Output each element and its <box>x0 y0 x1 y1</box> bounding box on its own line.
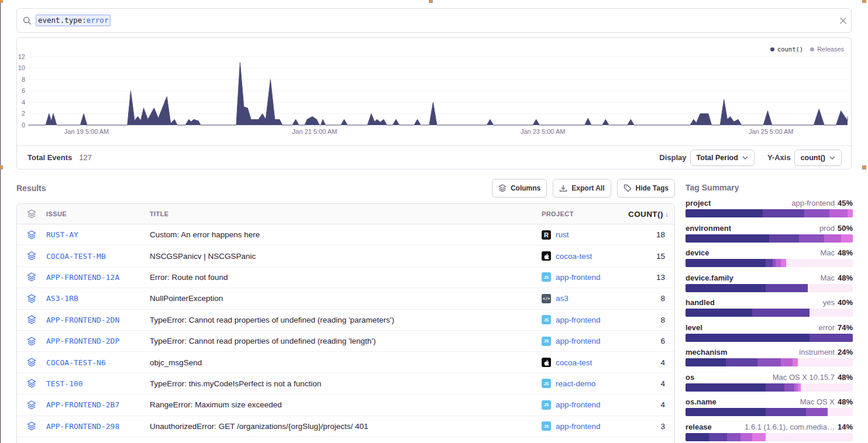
tag-bar-segment[interactable] <box>686 309 752 317</box>
tag-bar <box>686 259 853 267</box>
project-link[interactable]: cocoa-test <box>556 358 592 367</box>
tag-bar <box>686 334 853 342</box>
col-header-title[interactable]: TITLE <box>150 210 542 217</box>
tag-bar-segment[interactable] <box>776 259 781 267</box>
tag-bar-segment[interactable] <box>726 358 757 366</box>
tag-bar-segment[interactable] <box>686 334 810 342</box>
search-clear-icon[interactable] <box>839 17 847 25</box>
display-label: Display <box>659 153 686 162</box>
issue-stack-icon[interactable] <box>17 251 46 261</box>
project-link[interactable]: app-frontend <box>556 337 601 345</box>
tag-bar-segment[interactable] <box>686 358 726 366</box>
tag-bar-segment[interactable] <box>766 284 808 292</box>
issue-stack-icon[interactable] <box>17 315 46 324</box>
selection-handle[interactable] <box>0 165 3 169</box>
issue-id-link[interactable]: AS3-1RB <box>46 294 78 303</box>
tag-bar <box>686 358 853 366</box>
platform-icon-js: JS <box>542 379 551 388</box>
issue-id-link[interactable]: APP-FRONTEND-2DN <box>46 316 119 324</box>
col-header-issue[interactable]: ISSUE <box>46 210 150 217</box>
project-link[interactable]: cocoa-test <box>556 252 592 261</box>
tag-bar-segment[interactable] <box>757 358 781 366</box>
tag-bar-segment[interactable] <box>798 383 801 392</box>
tag-bar-segment[interactable] <box>841 234 853 243</box>
tag-bar-segment[interactable] <box>752 309 809 317</box>
search-query-key: event.type: <box>38 16 87 25</box>
issue-id-link[interactable]: COCOA-TEST-MB <box>46 252 106 261</box>
hide-tags-button[interactable]: Hide Tags <box>617 179 675 198</box>
tag-bar-segment[interactable] <box>804 209 829 217</box>
col-header-project[interactable]: PROJECT <box>542 210 628 217</box>
tag-bar-segment[interactable] <box>766 259 772 267</box>
button-label: Hide Tags <box>636 184 669 192</box>
issue-stack-icon[interactable] <box>17 400 46 410</box>
issue-id-link[interactable]: APP-FRONTEND-2DP <box>46 337 119 345</box>
tag-bar-segment[interactable] <box>781 259 786 267</box>
tag-bar-segment[interactable] <box>686 383 766 392</box>
tag-bar-segment[interactable] <box>784 383 794 392</box>
tag-bar-segment[interactable] <box>848 209 853 217</box>
tag-bar-segment[interactable] <box>824 234 841 243</box>
project-link[interactable]: app-frontend <box>556 400 601 409</box>
selection-handle[interactable] <box>0 0 3 3</box>
project-link[interactable]: rust <box>556 230 569 239</box>
project-link[interactable]: app-frontend <box>556 316 601 324</box>
tag-bar-segment[interactable] <box>686 433 709 441</box>
issue-id-link[interactable]: APP-FRONTEND-12A <box>46 273 119 282</box>
tag-top-percent: 24% <box>838 348 853 357</box>
tag-bar-segment[interactable] <box>766 383 784 392</box>
issue-stack-icon[interactable] <box>17 272 46 282</box>
tag-bar-segment[interactable] <box>727 433 740 441</box>
tag-bar-segment[interactable] <box>769 234 799 243</box>
export-all-button[interactable]: Export All <box>553 179 611 198</box>
tag-summary: Tag Summary projectapp-frontend45%enviro… <box>686 183 853 192</box>
sort-desc-icon: ↓ <box>665 210 669 219</box>
issue-stack-icon[interactable] <box>17 337 46 346</box>
issue-id-link[interactable]: COCOA-TEST-N6 <box>46 358 106 367</box>
tag-bar-segment[interactable] <box>781 358 793 366</box>
tag-summary-heading: Tag Summary <box>686 183 853 192</box>
project-link[interactable]: app-frontend <box>556 422 601 431</box>
tag-bar-segment[interactable] <box>793 358 798 366</box>
platform-icon-js: JS <box>542 400 551 410</box>
project-link[interactable]: app-frontend <box>556 273 601 282</box>
issue-stack-icon[interactable] <box>17 230 46 240</box>
tag-bar-segment[interactable] <box>709 433 727 441</box>
tag-bar-segment[interactable] <box>829 209 848 217</box>
col-header-count[interactable]: COUNT()↓ <box>628 210 675 219</box>
tag-bar-segment[interactable] <box>766 408 806 416</box>
tag-bar-segment[interactable] <box>740 433 752 441</box>
issue-id-link[interactable]: TEST-100 <box>46 379 83 388</box>
tag-bar-segment[interactable] <box>686 408 766 416</box>
selection-handle[interactable] <box>862 0 866 3</box>
selection-handle[interactable] <box>862 165 866 169</box>
tag-bar-segment[interactable] <box>810 334 853 342</box>
issue-stack-icon[interactable] <box>17 379 46 388</box>
tag-bar-segment[interactable] <box>686 259 766 267</box>
issue-stack-icon[interactable] <box>17 421 46 431</box>
project-link[interactable]: as3 <box>556 294 569 303</box>
tag-bar-segment[interactable] <box>799 234 824 243</box>
tag-bar-segment[interactable] <box>686 284 766 292</box>
tag-bar-segment[interactable] <box>752 433 766 441</box>
project-link[interactable]: react-demo <box>556 379 595 388</box>
issue-id-link[interactable]: APP-FRONTEND-298 <box>46 422 119 431</box>
yaxis-select[interactable]: count() <box>794 150 842 166</box>
issue-id-link[interactable]: APP-FRONTEND-2B7 <box>46 400 119 409</box>
tag-bar-segment[interactable] <box>686 234 769 243</box>
table-header-row: ISSUE TITLE PROJECT COUNT()↓ <box>17 204 674 224</box>
tag-top-value: yes <box>823 298 835 307</box>
tag-bar-segment[interactable] <box>686 209 763 217</box>
issue-id-link[interactable]: RUST-AY <box>46 230 78 239</box>
search-query-token[interactable]: event.type:error <box>36 15 111 26</box>
columns-button[interactable]: Columns <box>492 179 547 198</box>
issue-stack-icon[interactable] <box>17 294 46 303</box>
issue-stack-icon[interactable] <box>17 358 46 367</box>
tag-bar-segment[interactable] <box>806 408 828 416</box>
tag-bar-segment[interactable] <box>763 209 805 217</box>
tag-top-value: Mac <box>820 248 835 257</box>
selection-handle[interactable] <box>429 0 433 3</box>
search-bar[interactable]: event.type:error <box>16 8 852 33</box>
display-select[interactable]: Total Period <box>690 150 755 166</box>
tag-top-value: Mac <box>820 274 835 282</box>
